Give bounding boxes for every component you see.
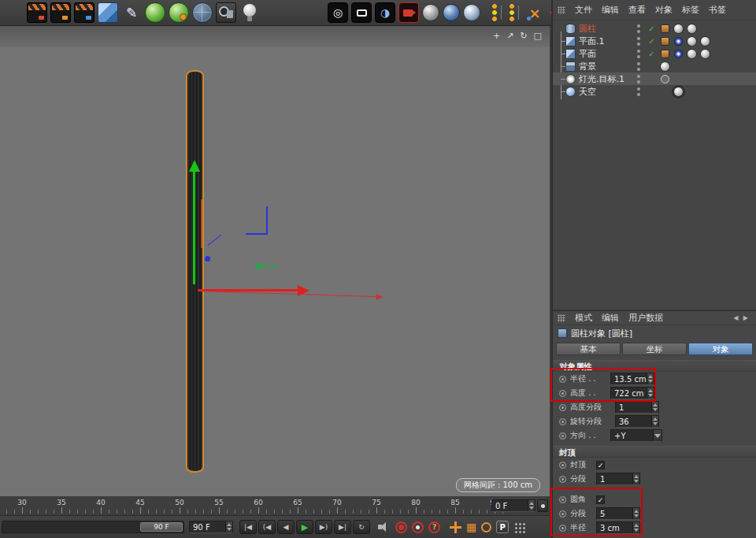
parametric-badge[interactable]: P [496,521,509,533]
pan-icon[interactable]: + [493,31,500,41]
zoom-icon[interactable]: ↗ [506,31,513,41]
radius-stepper[interactable] [647,373,654,384]
height-segments-stepper[interactable] [651,402,658,413]
clapperboard-icon-3[interactable] [74,2,94,23]
sculpt-sphere-icon-2[interactable] [169,2,189,23]
goto-start-button[interactable]: |◀ [239,520,257,534]
sphere-icon-1[interactable] [422,4,439,21]
radius-field[interactable]: 13.5 cm [610,373,654,385]
material-slot[interactable] [658,60,672,72]
tab-basic[interactable]: 基本 [556,343,621,355]
menu-user-data[interactable]: 用户数据 [628,312,663,324]
rotate-icon[interactable]: ↻ [520,31,527,41]
panel-grip-icon[interactable] [558,6,565,14]
caps-segments-stepper[interactable] [632,473,639,484]
fillet-segments-stepper[interactable] [632,508,639,519]
fillet-radius-stepper[interactable] [632,522,639,533]
maximize-icon[interactable]: □ [534,31,542,41]
object-label[interactable]: 平面.1 [579,35,605,47]
workplane-icon[interactable]: ▦ [466,521,476,533]
goto-end-button[interactable]: ▶| [334,520,351,534]
sphere-icon-3[interactable] [463,4,480,21]
anim-dot-icon[interactable] [559,390,566,397]
object-label[interactable]: 背景 [579,61,596,72]
menu-file[interactable]: 文件 [575,4,592,16]
tag-slot[interactable] [658,22,672,35]
rotation-segments-stepper[interactable] [651,416,658,427]
menu-objects[interactable]: 对象 [655,4,673,16]
menu-tags[interactable]: 标签 [682,4,699,16]
caps-checkbox[interactable]: ✓ [596,461,605,469]
command-grid-icon[interactable] [513,521,525,533]
visibility-slot[interactable] [632,35,645,47]
next-frame-button[interactable]: ▶) [315,520,332,534]
anim-dot-icon[interactable] [559,496,566,503]
menu-view[interactable]: 查看 [628,4,646,16]
tag-slot[interactable] [658,35,672,47]
enable-slot[interactable]: ✓ [645,22,658,35]
visibility-slot[interactable] [632,60,645,72]
xyz-axis-icon-1[interactable] [490,2,504,23]
anim-dot-icon[interactable] [559,462,566,469]
current-frame-field[interactable]: 0 F [491,499,536,512]
object-row-plane[interactable]: 平面 ✓ [553,47,756,60]
material-slot[interactable] [685,22,699,35]
tag-slot[interactable] [672,35,685,47]
prev-key-button[interactable]: (◀ [258,520,276,534]
caps-segments-field[interactable]: 1 [596,473,640,485]
object-label[interactable]: 平面 [579,48,596,60]
object-row-cylinder[interactable]: 圆柱 ✓ [553,22,756,35]
tag-slot[interactable] [658,72,672,85]
orientation-dropdown[interactable]: +Y [610,429,662,442]
anim-dot-icon[interactable] [559,432,566,440]
tab-coordinates[interactable]: 坐标 [622,343,687,355]
light-bulb-icon[interactable] [239,2,260,23]
object-row-plane1[interactable]: 平面.1 ✓ [553,35,756,47]
sculpt-sphere-icon-1[interactable] [145,2,165,23]
frame-stepper[interactable] [528,500,535,511]
end-frame-field[interactable]: 90 F [189,521,233,533]
fillet-radius-field[interactable]: 3 cm [596,521,640,534]
menu-edit[interactable]: 编辑 [602,312,619,324]
wireframe-sphere-icon[interactable] [192,2,213,23]
material-slot[interactable] [672,85,685,98]
keyframe-button[interactable] [537,499,548,512]
visibility-slot[interactable] [632,85,645,98]
menu-mode[interactable]: 模式 [575,312,592,324]
render-settings-button[interactable] [398,2,419,23]
timeline-ruler[interactable]: 30 35 40 45 50 55 60 65 70 75 80 85 90 0… [0,496,550,516]
y-axis-handle[interactable] [193,170,195,284]
height-field[interactable]: 722 cm [610,387,654,399]
move-tool-icon[interactable] [450,521,461,533]
enable-slot[interactable]: ✓ [645,47,658,60]
keyframe-selection-button[interactable]: ? [428,521,440,533]
cut-icon[interactable]: × [524,2,545,23]
history-back-icon[interactable]: ◀ [733,314,739,321]
interactive-render-button[interactable]: ◑ [375,2,395,23]
object-label[interactable]: 灯光.目标.1 [579,73,624,85]
timeline-grip[interactable]: 90 F [140,522,183,532]
render-view-button[interactable]: ◎ [328,2,348,23]
loop-button[interactable]: ↻ [353,520,370,534]
fillet-checkbox[interactable]: ✓ [596,495,605,504]
clapperboard-icon-2[interactable] [50,2,71,23]
object-row-light-target[interactable]: 灯光.目标.1 [553,72,756,85]
timeline-scrollbar[interactable]: 90 F [2,521,184,533]
menu-bookmarks[interactable]: 书签 [709,4,726,16]
rotation-segments-field[interactable]: 36 [615,415,659,428]
material-slot[interactable] [672,22,685,35]
clapperboard-icon-1[interactable] [27,2,47,23]
viewport[interactable]: + ↗ ↻ □ 网格间距 : 100 cm [0,26,550,496]
object-label[interactable]: 天空 [579,86,596,98]
camera-icon[interactable] [216,2,236,23]
material-slot[interactable] [699,35,712,47]
tag-slot[interactable] [658,47,672,60]
visibility-slot[interactable] [632,47,645,60]
anim-dot-icon[interactable] [559,510,566,518]
sphere-icon-2[interactable] [443,4,460,21]
autokey-button[interactable] [412,521,424,533]
render-region-button[interactable] [351,2,372,23]
material-slot[interactable] [685,47,699,60]
anim-dot-icon[interactable] [559,418,566,425]
anim-dot-icon[interactable] [559,476,566,483]
